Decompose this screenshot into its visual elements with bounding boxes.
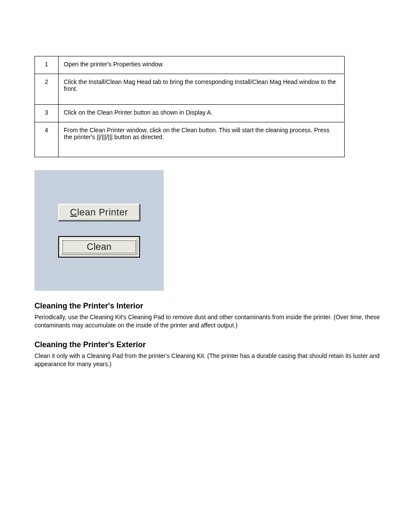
- step-text-2: Click the Install/Clean Mag Head tab to …: [59, 74, 345, 105]
- step-row-1: 1 Open the printer's Properties window.: [35, 56, 345, 74]
- step-row-2: 2 Click the Install/Clean Mag Head tab t…: [35, 74, 345, 105]
- section-clean-exterior-title: Cleaning the Printer's Exterior: [34, 340, 385, 349]
- clean-button[interactable]: Clean: [58, 236, 140, 258]
- section-clean-exterior-body: Clean it only with a Cleaning Pad from t…: [34, 352, 385, 368]
- step-row-3: 3 Click on the Clean Printer button as s…: [35, 105, 345, 122]
- clean-printer-label-rest: lean Printer: [77, 207, 128, 218]
- clean-button-label: Clean: [87, 241, 111, 252]
- section-clean-interior: Cleaning the Printer's Interior Periodic…: [34, 302, 385, 330]
- section-clean-interior-title: Cleaning the Printer's Interior: [34, 302, 385, 311]
- section-clean-exterior: Cleaning the Printer's Exterior Clean it…: [34, 340, 385, 368]
- step-number-2: 2: [35, 74, 59, 105]
- clean-printer-button[interactable]: Clean Printer: [58, 204, 140, 221]
- step-text-1: Open the printer's Properties window.: [59, 56, 345, 74]
- button-illustration-panel: Clean Printer Clean: [34, 170, 164, 291]
- step-number-4: 4: [35, 122, 59, 157]
- step-text-4: From the Clean Printer window, click on …: [59, 122, 345, 157]
- step-text-3: Click on the Clean Printer button as sho…: [59, 105, 345, 122]
- section-clean-interior-body: Periodically, use the Cleaning Kit's Cle…: [34, 313, 385, 330]
- steps-table: 1 Open the printer's Properties window. …: [34, 56, 345, 157]
- step-number-3: 3: [35, 105, 59, 122]
- step-row-4: 4 From the Clean Printer window, click o…: [35, 122, 345, 157]
- clean-printer-mnemonic: C: [70, 207, 77, 218]
- step-number-1: 1: [35, 56, 59, 74]
